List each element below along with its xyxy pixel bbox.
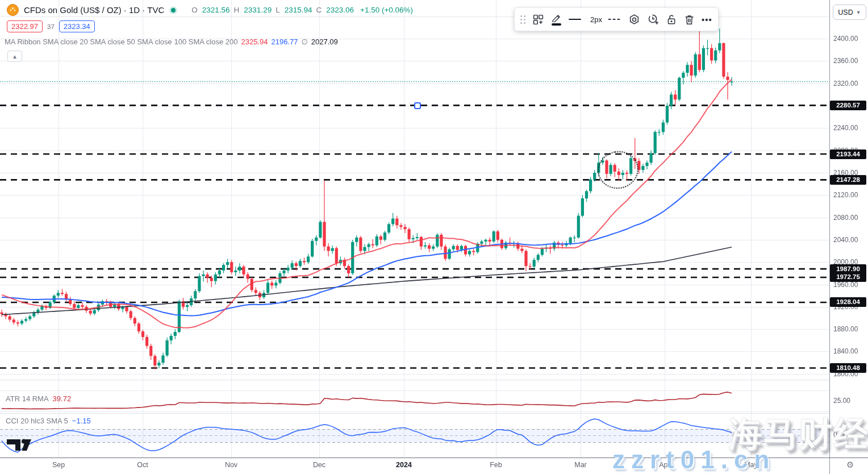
sell-button[interactable]: 2322.97 xyxy=(7,20,43,32)
lock-button[interactable] xyxy=(665,10,678,28)
time-tick-label: 2024 xyxy=(396,461,412,469)
price-tick-label: 2360.00 xyxy=(833,57,858,65)
level-price-badge: 1972.75 xyxy=(830,272,866,282)
unlock-icon xyxy=(666,14,677,26)
add-alert-button[interactable] xyxy=(646,10,661,28)
level-price-badge: 2280.57 xyxy=(830,101,866,110)
template-button[interactable] xyxy=(531,10,545,28)
level-price-badge: 1810.48 xyxy=(830,363,866,373)
collapse-legend-button[interactable]: ▲ xyxy=(7,51,22,62)
cci-pane-legend[interactable]: CCI 20 hlc3 SMA 5 −1.15 xyxy=(6,417,91,425)
atr-label: ATR 14 RMA xyxy=(6,394,49,403)
tradingview-chart-window: CFDs on Gold (US$ / OZ) · 1D · TVC O2321… xyxy=(0,0,868,474)
level-line-selection-handle[interactable] xyxy=(414,102,421,109)
spread-value: 37 xyxy=(47,23,55,30)
layout-grid-plus-icon xyxy=(532,14,544,26)
gear-icon[interactable]: ⚙ xyxy=(846,460,854,470)
dashed-line-icon xyxy=(608,15,621,23)
ellipsis-icon: ••• xyxy=(702,15,712,24)
line-style-button[interactable] xyxy=(607,10,623,28)
symbol-header: CFDs on Gold (US$ / OZ) · 1D · TVC O2321… xyxy=(7,4,413,16)
sma200-value: 2027.09 xyxy=(311,38,338,46)
time-tick-label: Feb xyxy=(490,461,502,469)
atr-pane-legend[interactable]: ATR 14 RMA 39.72 xyxy=(6,394,71,403)
level-price-badge: 2193.44 xyxy=(830,149,866,159)
ohlc-values: O2321.56H2331.29L2315.94C2323.06+1.50 (+… xyxy=(191,6,413,14)
price-tick-label: 2040.00 xyxy=(833,236,858,244)
more-options-button[interactable]: ••• xyxy=(700,10,713,28)
gold-instrument-icon xyxy=(7,4,19,16)
ma-ribbon-label: MA Ribbon SMA close 20 SMA close 50 SMA … xyxy=(5,38,237,46)
alarm-clock-plus-icon xyxy=(647,13,660,26)
line-width-value[interactable]: 2px xyxy=(590,15,602,24)
price-tick-label: 2240.00 xyxy=(833,124,858,132)
time-tick-label: Sep xyxy=(52,461,65,469)
sma20-value: 2325.94 xyxy=(241,38,268,46)
level-price-badge: 1928.04 xyxy=(830,297,866,307)
level-price-badge: 2147.28 xyxy=(830,175,866,185)
price-chart-canvas[interactable] xyxy=(0,0,868,474)
pencil-icon xyxy=(551,13,562,22)
url-watermark: zzrt01.cn xyxy=(612,446,775,474)
time-tick-label: Nov xyxy=(225,461,237,469)
time-tick-label: Dec xyxy=(313,461,326,469)
time-tick-label: Mar xyxy=(574,461,587,469)
line-width-icon xyxy=(569,19,581,20)
price-tick-label: 2080.00 xyxy=(833,214,858,222)
atr-value: 39.72 xyxy=(53,394,72,403)
buy-button[interactable]: 2323.34 xyxy=(59,20,95,32)
hexagon-settings-icon xyxy=(628,14,640,26)
price-tick-label: 1840.00 xyxy=(833,347,858,355)
market-status-icon[interactable] xyxy=(169,6,177,14)
quote-panel: 2322.97 37 2323.34 xyxy=(7,20,95,32)
sma50-value: 2196.77 xyxy=(271,38,298,46)
price-tick-label: 2120.00 xyxy=(833,191,858,199)
chevron-down-icon: ▼ xyxy=(856,10,861,15)
cci-value: −1.15 xyxy=(72,417,91,425)
symbol-title[interactable]: CFDs on Gold (US$ / OZ) · 1D · TVC xyxy=(24,5,164,15)
currency-label: USD xyxy=(838,9,853,16)
delete-button[interactable] xyxy=(683,10,696,28)
time-tick-label: Oct xyxy=(137,461,148,469)
atr-axis-tick: 25.00 xyxy=(833,397,850,405)
trash-icon xyxy=(684,14,695,26)
ma-ribbon-legend[interactable]: MA Ribbon SMA close 20 SMA close 50 SMA … xyxy=(5,38,338,46)
tradingview-logo[interactable] xyxy=(7,436,33,451)
cci-label: CCI 20 hlc3 SMA 5 xyxy=(6,417,68,425)
price-tick-label: 2400.00 xyxy=(833,35,858,43)
sma100-hidden-value: ∅ xyxy=(301,38,307,46)
chevron-up-icon: ▲ xyxy=(12,53,18,60)
line-width-button[interactable] xyxy=(567,10,582,28)
drawing-toolbar: 2px ••• xyxy=(514,7,719,31)
price-tick-label: 1880.00 xyxy=(833,325,858,333)
settings-button[interactable] xyxy=(627,10,641,28)
toolbar-drag-handle[interactable] xyxy=(519,10,527,28)
selected-color-bar xyxy=(552,23,561,26)
color-picker-button[interactable] xyxy=(550,10,563,28)
price-axis[interactable]: 2400.002360.002320.002280.002240.002200.… xyxy=(830,0,868,458)
drag-dots-icon xyxy=(520,15,525,24)
currency-selector[interactable]: USD ▼ xyxy=(833,5,866,20)
price-tick-label: 2320.00 xyxy=(833,80,858,88)
